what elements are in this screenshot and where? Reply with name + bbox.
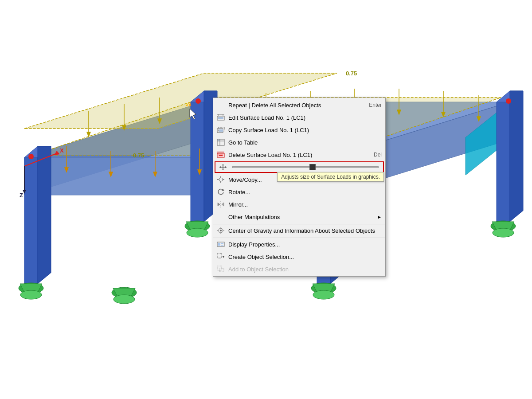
edit-load-label: Edit Surface Load No. 1 (LC1) (228, 114, 382, 121)
menu-item-go-to-table[interactable]: Go to Table (213, 136, 385, 149)
rotate-label: Rotate... (228, 189, 382, 196)
other-manipulations-label: Other Manipulations (228, 214, 374, 220)
svg-marker-10 (38, 146, 51, 284)
svg-marker-104 (219, 166, 221, 168)
svg-rect-94 (218, 140, 219, 141)
menu-item-edit-surface-load[interactable]: Edit Surface Load No. 1 (LC1) (213, 111, 385, 124)
repeat-delete-shortcut: Enter (369, 102, 382, 108)
svg-text:0.75: 0.75 (346, 70, 357, 77)
go-to-table-label: Go to Table (228, 139, 382, 146)
slider-row-icon (218, 164, 228, 171)
menu-item-delete-surface-load[interactable]: Delete Surface Load No. 1 (LC1) Del (213, 149, 385, 161)
svg-rect-125 (221, 245, 223, 246)
slider-thumb[interactable] (309, 164, 316, 170)
submenu-arrow: ► (377, 215, 382, 219)
create-selection-label: Create Object Selection... (228, 254, 382, 260)
edit-surface-load-icon (216, 113, 226, 122)
svg-point-38 (506, 98, 511, 104)
copy-load-label: Copy Surface Load No. 1 (LC1) (228, 127, 382, 133)
rotate-icon (216, 188, 226, 196)
svg-point-22 (20, 290, 42, 299)
svg-rect-126 (217, 254, 222, 258)
go-to-table-icon (216, 138, 226, 147)
add-to-selection-label: Add to Object Selection (228, 266, 382, 273)
svg-point-35 (28, 154, 34, 159)
move-copy-icon (216, 175, 226, 184)
svg-point-25 (313, 290, 334, 299)
svg-rect-124 (221, 243, 223, 244)
slider-tooltip: Adjusts size of Surface Loads in graphic… (277, 172, 384, 182)
svg-rect-123 (218, 243, 220, 246)
menu-item-rotate[interactable]: Rotate... (213, 186, 385, 198)
svg-marker-17 (497, 102, 510, 222)
copy-surface-load-icon (216, 125, 226, 134)
display-properties-icon (216, 240, 226, 249)
add-to-selection-icon (216, 265, 226, 274)
svg-marker-111 (220, 183, 221, 183)
menu-item-create-object-selection[interactable]: Create Object Selection... (213, 250, 385, 263)
menu-item-repeat-delete[interactable]: Repeat | Delete All Selected Objects Ent… (213, 99, 385, 111)
svg-point-31 (493, 228, 514, 237)
svg-marker-102 (222, 169, 224, 170)
center-gravity-label: Center of Gravity and Information About … (228, 227, 382, 234)
delete-surface-load-icon (216, 150, 226, 159)
menu-item-copy-surface-load[interactable]: Copy Surface Load No. 1 (LC1) (213, 124, 385, 136)
display-properties-label: Display Properties... (228, 241, 382, 248)
slider-track[interactable] (232, 166, 379, 168)
center-gravity-icon (216, 226, 226, 235)
other-manipulations-icon (216, 212, 226, 221)
delete-load-shortcut: Del (374, 152, 382, 158)
svg-marker-101 (222, 164, 224, 165)
menu-item-center-gravity[interactable]: Center of Gravity and Information About … (213, 224, 385, 237)
svg-point-105 (219, 178, 223, 181)
svg-marker-8 (24, 157, 38, 284)
context-menu: Repeat | Delete All Selected Objects Ent… (213, 98, 386, 277)
svg-point-37 (196, 98, 201, 104)
svg-point-117 (220, 230, 222, 231)
svg-text:X: X (60, 147, 64, 154)
svg-marker-14 (191, 102, 204, 222)
svg-text:Z: Z (20, 192, 23, 199)
menu-item-display-properties[interactable]: Display Properties... (213, 238, 385, 250)
svg-marker-115 (222, 203, 224, 206)
slider-row: Adjusts size of Surface Loads in graphic… (215, 161, 384, 173)
svg-rect-87 (218, 117, 223, 119)
svg-marker-114 (218, 203, 220, 206)
mirror-label: Mirror... (228, 201, 382, 208)
mirror-icon (216, 200, 226, 209)
svg-text:0.75: 0.75 (133, 152, 144, 159)
menu-item-add-to-selection[interactable]: Add to Object Selection (213, 263, 385, 275)
svg-point-28 (187, 228, 208, 237)
svg-marker-19 (510, 91, 523, 222)
svg-rect-90 (219, 129, 223, 132)
svg-marker-110 (220, 176, 221, 176)
create-selection-icon (216, 252, 226, 261)
menu-item-other-manipulations[interactable]: Other Manipulations ► (213, 211, 385, 223)
delete-load-label: Delete Surface Load No. 1 (LC1) (228, 152, 365, 158)
repeat-delete-icon (216, 101, 226, 110)
svg-marker-103 (225, 166, 227, 168)
menu-item-mirror[interactable]: Mirror... (213, 198, 385, 211)
svg-point-34 (113, 295, 135, 304)
repeat-delete-label: Repeat | Delete All Selected Objects (228, 102, 360, 109)
